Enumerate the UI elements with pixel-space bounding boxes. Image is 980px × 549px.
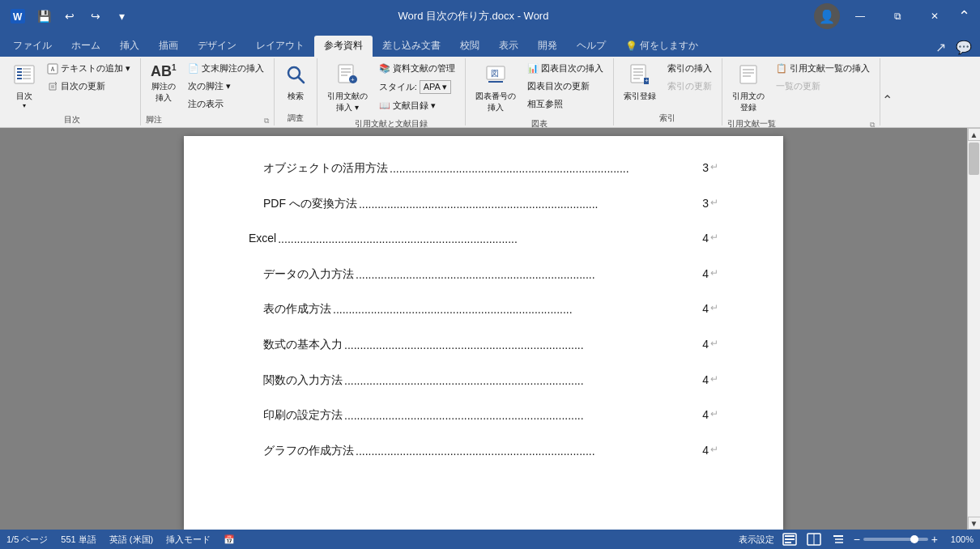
- toc-title-2: Excel: [249, 231, 276, 247]
- redo-button[interactable]: ↪: [84, 5, 107, 28]
- document-page: オブジェクトの活用方法.............................…: [184, 136, 783, 530]
- tab-review[interactable]: 校閲: [450, 36, 489, 57]
- tab-view[interactable]: 表示: [489, 36, 528, 57]
- tab-home[interactable]: ホーム: [62, 36, 110, 57]
- update-toc-button[interactable]: 目次の更新: [42, 78, 135, 95]
- update-table-of-auth-button[interactable]: 一覧の更新: [771, 78, 875, 95]
- toc-dots-2: ........................................…: [278, 232, 699, 248]
- update-index-label: 索引の更新: [667, 80, 712, 92]
- update-toa-label: 一覧の更新: [776, 80, 820, 92]
- next-footnote-button[interactable]: 次の脚注 ▾: [183, 78, 269, 95]
- zoom-percentage[interactable]: 100%: [944, 534, 974, 544]
- tab-search-feature[interactable]: 💡何をしますか: [616, 36, 708, 57]
- zoom-control[interactable]: − +: [854, 533, 938, 546]
- style-dropdown[interactable]: スタイル: APA ▾: [374, 78, 460, 96]
- insert-caption-button[interactable]: 図 図表番号の挿入: [471, 60, 521, 117]
- bibliography-button[interactable]: 📖 文献目録 ▾: [374, 97, 460, 114]
- mark-entry-button[interactable]: + 索引登録: [619, 60, 661, 105]
- next-footnote-label: 次の脚注 ▾: [188, 80, 231, 92]
- footnote-group-expand[interactable]: ⧉: [264, 117, 269, 126]
- word-count: 551 単語: [61, 534, 96, 546]
- close-button[interactable]: ✕: [916, 0, 953, 32]
- update-index-button[interactable]: 索引の更新: [663, 78, 717, 95]
- tab-help[interactable]: ヘルプ: [567, 36, 616, 57]
- minimize-button[interactable]: —: [842, 0, 879, 32]
- restore-button[interactable]: ⧉: [879, 0, 916, 32]
- save-button[interactable]: 💾: [32, 5, 55, 28]
- zoom-thumb[interactable]: [910, 535, 918, 543]
- svg-rect-37: [785, 538, 795, 540]
- bibliography-icon: 📖: [379, 100, 390, 111]
- toc-title-4: 表の作成方法: [263, 301, 331, 317]
- svg-rect-4: [23, 68, 31, 70]
- comments-icon[interactable]: 💬: [951, 38, 977, 57]
- undo-button[interactable]: ↩: [58, 5, 81, 28]
- status-bar-right: 表示設定 − + 100%: [739, 532, 974, 547]
- update-toc-label: 目次の更新: [61, 80, 105, 92]
- customize-quick-access[interactable]: ▾: [110, 5, 133, 28]
- search-button[interactable]: 検索: [279, 60, 312, 105]
- toc-page-0: 3: [702, 160, 709, 177]
- mark-citation-button[interactable]: 引用文の登録: [727, 60, 769, 117]
- toc-button[interactable]: 目次 ▾: [8, 60, 40, 113]
- tab-mailings[interactable]: 差し込み文書: [373, 36, 450, 57]
- endnote-button[interactable]: 📄 文末脚注の挿入: [183, 60, 269, 77]
- insert-citation-button[interactable]: + 引用文献の挿入 ▾: [322, 60, 373, 117]
- toc-newline-3: ↵: [710, 266, 718, 283]
- vertical-scrollbar[interactable]: ▲ ▼: [967, 128, 980, 530]
- tab-references[interactable]: 参考資料: [314, 36, 373, 57]
- scroll-up-button[interactable]: ▲: [968, 128, 981, 141]
- svg-text:Ａ: Ａ: [49, 66, 56, 73]
- toc-entry-2: Excel...................................…: [249, 231, 718, 247]
- scroll-thumb[interactable]: [969, 143, 979, 175]
- web-layout-button[interactable]: [805, 532, 823, 547]
- show-notes-button[interactable]: 注の表示: [183, 96, 269, 113]
- zoom-in-button[interactable]: +: [931, 533, 938, 546]
- ribbon-collapse-button[interactable]: ⌃: [955, 4, 974, 28]
- toc-dots-8: ........................................…: [356, 444, 699, 460]
- insert-table-of-auth-button[interactable]: 📋 引用文献一覧の挿入: [771, 60, 875, 77]
- tab-file[interactable]: ファイル: [3, 36, 62, 57]
- svg-rect-7: [17, 74, 22, 76]
- manage-sources-button[interactable]: 📚 資料文献の管理: [374, 60, 460, 77]
- zoom-out-button[interactable]: −: [854, 533, 860, 546]
- status-bar: 1/5 ページ 551 単語 英語 (米国) 挿入モード 📅 表示設定 − + …: [0, 530, 980, 549]
- share-icon[interactable]: ↗: [931, 38, 951, 57]
- tab-draw[interactable]: 描画: [149, 36, 188, 57]
- tab-design[interactable]: デザイン: [188, 36, 246, 57]
- svg-rect-17: [341, 71, 351, 73]
- toc-title-1: PDF への変換方法: [263, 196, 357, 212]
- user-avatar[interactable]: 👤: [814, 3, 840, 29]
- toc-group-label: 目次: [64, 113, 80, 126]
- ribbon-tabs: ファイル ホーム 挿入 描画 デザイン レイアウト 参考資料 差し込み文書 校閲…: [0, 32, 980, 57]
- insert-index-button[interactable]: 索引の挿入: [663, 60, 717, 77]
- manage-sources-icon: 📚: [379, 63, 390, 74]
- style-value[interactable]: APA ▾: [420, 80, 452, 94]
- ribbon-expand-button[interactable]: ⌃: [880, 58, 894, 126]
- scroll-down-button[interactable]: ▼: [968, 517, 981, 530]
- toc-title-6: 関数の入力方法: [263, 372, 343, 389]
- insert-table-of-figures-button[interactable]: 📊 図表目次の挿入: [522, 60, 608, 77]
- cross-reference-button[interactable]: 相互参照: [522, 96, 608, 113]
- print-layout-button[interactable]: [781, 532, 799, 547]
- toc-page-1: 3: [702, 196, 709, 212]
- search-group-label: 調査: [288, 111, 304, 124]
- update-table-of-figures-button[interactable]: 図表目次の更新: [522, 78, 608, 95]
- tab-insert[interactable]: 挿入: [110, 36, 149, 57]
- tab-developer[interactable]: 開発: [528, 36, 567, 57]
- outline-view-button[interactable]: [829, 532, 847, 547]
- toc-entry-8: グラフの作成方法................................…: [249, 443, 718, 459]
- svg-rect-8: [23, 74, 31, 76]
- ribbon-group-search: 検索 調査: [275, 58, 317, 126]
- display-settings-label[interactable]: 表示設定: [739, 534, 774, 546]
- zoom-slider[interactable]: [863, 538, 928, 541]
- add-text-label: テキストの追加 ▾: [61, 62, 130, 74]
- ribbon: 目次 ▾ Ａ テキストの追加 ▾ 目次の更新 目次 AB1 脚注の挿入: [0, 57, 980, 128]
- toc-title-3: データの入力方法: [263, 266, 354, 283]
- endnote-icon: 📄: [188, 63, 199, 74]
- footnote-icon: AB1: [151, 63, 177, 81]
- mark-citation-icon: [737, 63, 760, 91]
- tab-layout[interactable]: レイアウト: [246, 36, 314, 57]
- insert-footnote-button[interactable]: AB1 脚注の挿入: [146, 60, 181, 107]
- add-text-button[interactable]: Ａ テキストの追加 ▾: [42, 60, 135, 77]
